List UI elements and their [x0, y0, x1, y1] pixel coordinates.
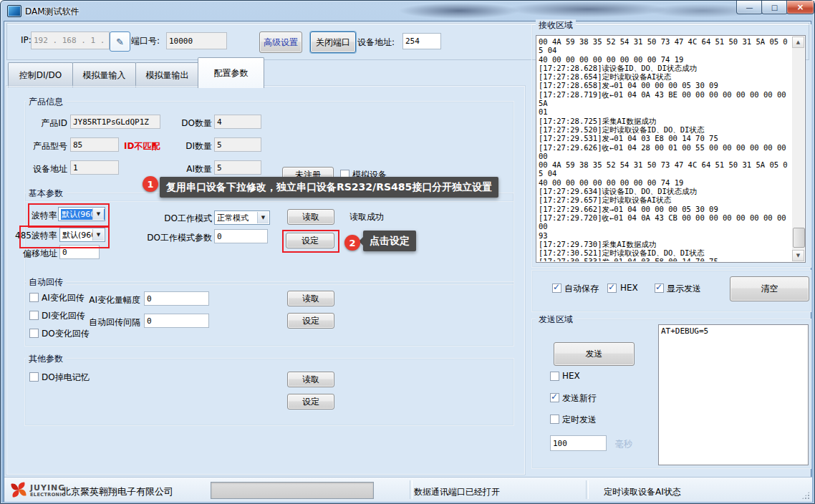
callout-1-tooltip: 复用串口设备下拉修改，独立串口设备RS232/RS485接口分开独立设置 [160, 177, 498, 198]
receive-hex-label: HEX [620, 283, 638, 293]
device-addr-input[interactable] [402, 33, 441, 49]
other-params-title: 其他参数 [26, 353, 66, 365]
scrollbar-thumb[interactable] [793, 228, 805, 248]
pencil-icon: ✎ [116, 37, 124, 47]
client-area: IP: ✎ 端口号: 高级设置 关闭端口 设备地址: 控制DI/DO 模拟量输入… [4, 21, 811, 502]
product-id-label: 产品ID [19, 117, 67, 130]
do-report-checkbox[interactable] [29, 329, 39, 338]
do-mode-label: DO工作模式 [148, 213, 212, 225]
receive-area-title: 接收区域 [536, 19, 576, 32]
receive-hex-checkbox[interactable] [607, 284, 617, 293]
device-addr2-input[interactable] [70, 160, 119, 175]
receive-log-box[interactable]: 00 4A 59 38 35 52 54 31 50 73 47 4C 64 5… [536, 35, 806, 263]
offset-input[interactable] [59, 245, 100, 259]
autosave-checkbox[interactable] [552, 284, 561, 293]
send-hex-label: HEX [562, 371, 580, 381]
tab-config-params[interactable]: 配置参数 [198, 57, 264, 88]
ai-amp-input[interactable] [144, 291, 209, 306]
ip-input[interactable] [31, 32, 110, 49]
baud-dropdown[interactable]: 默认(9600) ▼ [58, 207, 105, 221]
close-button[interactable]: × [786, 1, 814, 14]
port-input[interactable] [166, 32, 227, 49]
send-newline-checkbox[interactable] [550, 393, 559, 402]
scroll-up-icon[interactable]: ▲ [792, 37, 804, 48]
tab-analog-input[interactable]: 模拟量输入 [72, 62, 136, 87]
timed-send-label: 定时发送 [562, 414, 597, 426]
basic-set-button[interactable]: 设定 [286, 233, 334, 248]
receive-scrollbar[interactable]: ▲ ▼ [792, 37, 804, 261]
maximize-button[interactable]: □ [761, 1, 788, 14]
clear-button[interactable]: 清空 [730, 276, 809, 301]
juying-logo-icon [9, 480, 28, 499]
basic-read-button[interactable]: 读取 [287, 209, 334, 225]
send-button[interactable]: 发送 [554, 342, 635, 366]
do-memory-label: DO掉电记忆 [42, 372, 90, 384]
do-memory-checkbox[interactable] [29, 372, 39, 382]
resize-grip-icon[interactable] [801, 491, 810, 500]
callout-2-badge: 2 [344, 235, 360, 251]
send-newline-label: 发送新行 [562, 392, 597, 404]
ai-report-checkbox[interactable] [29, 293, 39, 302]
di-count-label: DI数量 [169, 140, 212, 152]
do-mode-dropdown[interactable]: 正常模式 ▼ [214, 210, 270, 225]
ai-count-input[interactable] [214, 160, 261, 175]
send-text-area[interactable]: AT+DEBUG=5 [658, 324, 809, 465]
milliseconds-label: 毫秒 [615, 438, 632, 450]
company-name: 北京聚英翱翔电子有限公司 [62, 485, 173, 498]
logo-text-electronic: ELECTRONIC [30, 492, 65, 498]
do-count-label: DO数量 [169, 117, 212, 130]
basic-params-title: 基本参数 [26, 188, 66, 200]
advanced-settings-button[interactable]: 高级设置 [259, 32, 302, 53]
device-addr-label: 设备地址: [357, 37, 395, 49]
send-hex-checkbox[interactable] [550, 372, 559, 381]
other-read-button[interactable]: 读取 [287, 372, 334, 387]
tab-control-dido[interactable]: 控制DI/DO [8, 62, 73, 87]
tab-analog-output[interactable]: 模拟量输出 [135, 62, 199, 87]
baud485-dropdown[interactable]: 默认(9600: ▼ [59, 228, 105, 242]
auto-report-title: 自动回传 [26, 276, 66, 289]
scroll-down-icon[interactable]: ▼ [792, 250, 804, 261]
auto-set-button[interactable]: 设定 [287, 313, 334, 329]
do-count-input[interactable] [214, 115, 261, 129]
auto-report-group [24, 281, 514, 346]
do-mode-param-input[interactable] [214, 229, 268, 243]
do-mode-param-label: DO工作模式参数 [144, 232, 212, 244]
autosave-label: 自动保存 [564, 283, 599, 295]
title-bar[interactable]: DAM测试软件 — □ × [1, 1, 814, 21]
status-bar: JUYING ELECTRONIC 北京聚英翱翔电子有限公司 数据通讯端口已经打… [4, 477, 812, 502]
product-id-input[interactable] [70, 115, 160, 129]
ai-poll-status: 定时读取设备AI状态 [604, 486, 681, 498]
app-window: DAM测试软件 — □ × IP: ✎ 端口号: 高级设置 关闭端口 设备地址:… [0, 0, 815, 504]
do-mode-value: 正常模式 [217, 213, 249, 223]
edit-ip-button[interactable]: ✎ [110, 32, 130, 52]
other-set-button[interactable]: 设定 [287, 394, 334, 410]
screenshot-stage: DAM测试软件 — □ × IP: ✎ 端口号: 高级设置 关闭端口 设备地址:… [0, 0, 815, 504]
other-params-group [24, 358, 514, 426]
minimize-button[interactable]: — [736, 1, 763, 14]
port-open-status: 数据通讯端口已经打开 [414, 486, 500, 498]
model-input[interactable] [70, 137, 119, 152]
auto-read-button[interactable]: 读取 [287, 291, 334, 306]
chevron-down-icon: ▼ [92, 208, 104, 220]
close-port-button[interactable]: 关闭端口 [310, 32, 356, 53]
id-mismatch-label: ID不匹配 [124, 140, 160, 152]
offset-label: 偏移地址 [16, 248, 57, 260]
callout-2-tooltip: 点击设定 [363, 231, 416, 251]
show-send-label: 显示发送 [667, 283, 701, 295]
window-title: DAM测试软件 [25, 6, 79, 18]
baud485-label: 485波特率 [14, 230, 57, 242]
report-interval-label: 自动回传间隔 [76, 316, 140, 329]
send-interval-input[interactable] [550, 435, 607, 451]
statusbar-divider [586, 480, 589, 499]
ip-label: IP: [21, 35, 32, 45]
chevron-down-icon: ▼ [92, 229, 104, 241]
read-status-label: 读取成功 [349, 211, 384, 223]
di-count-input[interactable] [214, 137, 261, 152]
timed-send-checkbox[interactable] [550, 415, 559, 424]
product-info-title: 产品信息 [26, 96, 66, 108]
app-icon [7, 5, 21, 17]
di-report-checkbox[interactable] [29, 311, 39, 320]
device-addr2-label: 设备地址 [19, 163, 67, 175]
show-send-checkbox[interactable] [655, 284, 664, 293]
report-interval-input[interactable] [144, 314, 209, 328]
